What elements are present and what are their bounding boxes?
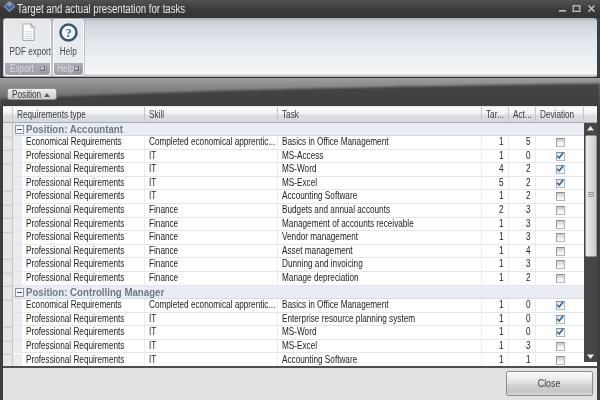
svg-text:?: ? — [66, 26, 72, 40]
